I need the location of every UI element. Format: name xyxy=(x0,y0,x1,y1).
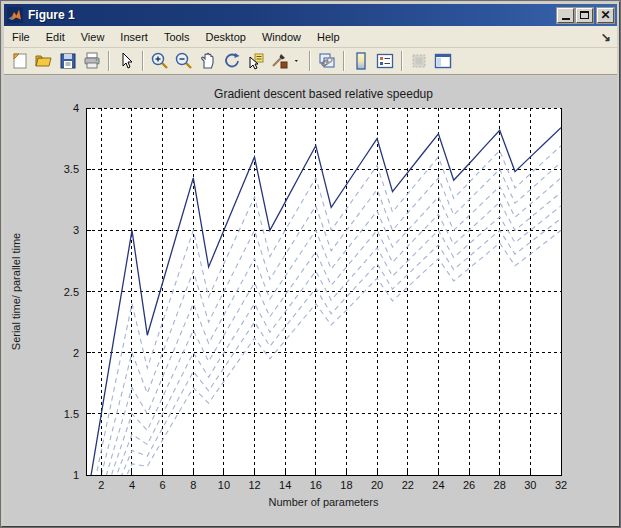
x-tick-label: 4 xyxy=(129,479,135,491)
brush-data-icon xyxy=(270,51,290,71)
close-icon: ✕ xyxy=(600,10,610,20)
y-axis-label: Serial time/ parallel time xyxy=(10,233,22,350)
toolbar-separator xyxy=(343,51,345,71)
brush-dropdown-caret-button[interactable] xyxy=(293,50,304,72)
x-tick-label: 26 xyxy=(463,479,475,491)
print-figure-button[interactable] xyxy=(81,50,103,72)
menu-item-help[interactable]: Help xyxy=(309,28,348,46)
data-cursor-button[interactable] xyxy=(245,50,267,72)
zoom-out-button[interactable] xyxy=(173,50,195,72)
menu-bar: FileEditViewInsertToolsDesktopWindowHelp… xyxy=(4,26,617,48)
y-tick-label: 2.5 xyxy=(64,286,79,298)
y-tick-label: 2 xyxy=(73,347,79,359)
figure-toolbar xyxy=(4,48,617,75)
edit-plot-pointer-button[interactable] xyxy=(115,50,137,72)
y-tick-label: 3.5 xyxy=(64,163,79,175)
zoom-in-icon xyxy=(150,51,170,71)
open-file-button[interactable] xyxy=(33,50,55,72)
x-tick-label: 22 xyxy=(402,479,414,491)
zoom-in-button[interactable] xyxy=(149,50,171,72)
insert-legend-icon xyxy=(375,51,395,71)
menu-item-file[interactable]: File xyxy=(4,28,38,46)
brush-dropdown-caret-icon xyxy=(293,51,304,71)
x-tick-label: 28 xyxy=(494,479,506,491)
x-tick-label: 2 xyxy=(98,479,104,491)
menu-item-edit[interactable]: Edit xyxy=(38,28,73,46)
x-tick-label: 10 xyxy=(218,479,230,491)
y-tick-label: 3 xyxy=(73,224,79,236)
menu-item-insert[interactable]: Insert xyxy=(112,28,156,46)
x-axis-label: Number of parameters xyxy=(268,496,379,508)
matlab-logo-icon xyxy=(7,7,23,23)
x-tick-label: 16 xyxy=(310,479,322,491)
minimize-icon xyxy=(562,18,570,20)
show-plot-tools-icon xyxy=(433,51,453,71)
title-bar[interactable]: Figure 1 ✕ xyxy=(4,4,617,26)
new-figure-icon xyxy=(10,51,30,71)
pan-hand-button[interactable] xyxy=(197,50,219,72)
toolbar-separator xyxy=(142,51,144,71)
close-button[interactable]: ✕ xyxy=(597,8,614,23)
menu-item-view[interactable]: View xyxy=(73,28,113,46)
plot-title: Gradient descent based relative speedup xyxy=(214,87,433,101)
maximize-button[interactable] xyxy=(576,8,593,23)
menu-item-tools[interactable]: Tools xyxy=(156,28,198,46)
x-tick-label: 14 xyxy=(279,479,291,491)
toolbar-separator xyxy=(108,51,110,71)
insert-colorbar-button[interactable] xyxy=(350,50,372,72)
y-tick-label: 1 xyxy=(73,469,79,481)
new-figure-button[interactable] xyxy=(9,50,31,72)
toolbar-separator xyxy=(309,51,311,71)
dock-figure-arrow-icon[interactable]: ↘ xyxy=(601,30,611,44)
zoom-out-icon xyxy=(174,51,194,71)
y-tick-label: 1.5 xyxy=(64,408,79,420)
x-tick-label: 32 xyxy=(555,479,567,491)
x-tick-label: 24 xyxy=(432,479,444,491)
save-figure-button[interactable] xyxy=(57,50,79,72)
menu-items: FileEditViewInsertToolsDesktopWindowHelp xyxy=(4,31,348,43)
figure-window: Figure 1 ✕ FileEditViewInsertToolsDeskto… xyxy=(0,0,621,528)
print-figure-icon xyxy=(82,51,102,71)
rotate-3d-button[interactable] xyxy=(221,50,243,72)
x-tick-label: 20 xyxy=(371,479,383,491)
y-tick-label: 4 xyxy=(73,102,79,114)
hide-plot-tools-button[interactable] xyxy=(408,50,430,72)
link-plot-button[interactable] xyxy=(316,50,338,72)
toolbar-separator xyxy=(401,51,403,71)
x-tick-label: 30 xyxy=(524,479,536,491)
menu-item-desktop[interactable]: Desktop xyxy=(198,28,254,46)
edit-plot-pointer-icon xyxy=(116,51,136,71)
x-tick-label: 12 xyxy=(248,479,260,491)
minimize-button[interactable] xyxy=(557,8,574,23)
maximize-icon xyxy=(580,11,589,19)
insert-colorbar-icon xyxy=(351,51,371,71)
pan-hand-icon xyxy=(198,51,218,71)
speedup-plot: 246810121416182022242628303211.522.533.5… xyxy=(4,76,621,528)
x-tick-label: 6 xyxy=(160,479,166,491)
link-plot-icon xyxy=(317,51,337,71)
menu-item-window[interactable]: Window xyxy=(254,28,309,46)
window-title: Figure 1 xyxy=(28,8,555,22)
rotate-3d-icon xyxy=(222,51,242,71)
brush-data-button[interactable] xyxy=(269,50,291,72)
figure-canvas[interactable]: 246810121416182022242628303211.522.533.5… xyxy=(4,76,617,524)
x-tick-label: 8 xyxy=(190,479,196,491)
insert-legend-button[interactable] xyxy=(374,50,396,72)
show-plot-tools-button[interactable] xyxy=(432,50,454,72)
x-tick-label: 18 xyxy=(340,479,352,491)
data-cursor-icon xyxy=(246,51,266,71)
save-figure-icon xyxy=(58,51,78,71)
open-file-icon xyxy=(34,51,54,71)
hide-plot-tools-icon xyxy=(409,51,429,71)
